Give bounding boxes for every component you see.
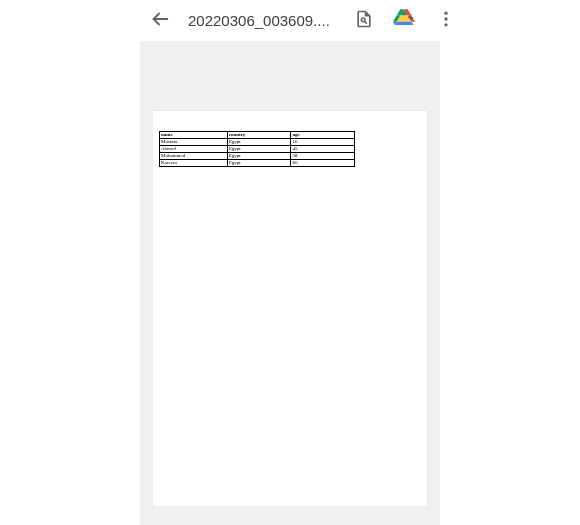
save-to-drive-button[interactable]: + [384, 0, 424, 40]
more-vert-icon [436, 9, 456, 32]
viewer-area: name country age Mostafa Egypt 16 Ahmed … [0, 40, 580, 525]
top-margin [140, 41, 440, 111]
cell-age: 38 [291, 153, 355, 160]
document-title: 20220306_003609.... [180, 12, 344, 29]
data-table: name country age Mostafa Egypt 16 Ahmed … [159, 131, 355, 167]
google-drive-icon: + [393, 9, 415, 32]
toolbar: 20220306_003609.... + [0, 0, 580, 40]
find-in-page-icon [354, 9, 374, 32]
svg-line-2 [364, 21, 366, 23]
overflow-menu-button[interactable] [426, 0, 466, 40]
table-row: Ahmed Egypt 45 [160, 146, 355, 153]
header-name: name [160, 132, 228, 139]
back-arrow-icon [149, 8, 171, 33]
header-age: age [291, 132, 355, 139]
cell-age: 16 [291, 139, 355, 146]
cell-age: 60 [291, 160, 355, 167]
table-row: Mostafa Egypt 16 [160, 139, 355, 146]
cell-name: Ahmed [160, 146, 228, 153]
cell-country: Egypt [227, 146, 291, 153]
cell-country: Egypt [227, 153, 291, 160]
cell-country: Egypt [227, 160, 291, 167]
cell-age: 45 [291, 146, 355, 153]
svg-text:+: + [407, 11, 413, 22]
svg-point-12 [444, 17, 447, 20]
table-row: Kareem Egypt 60 [160, 160, 355, 167]
bottom-margin [140, 506, 440, 525]
cell-name: Kareem [160, 160, 228, 167]
svg-point-13 [444, 23, 447, 26]
page-background: name country age Mostafa Egypt 16 Ahmed … [140, 41, 440, 525]
cell-name: Mohammed [160, 153, 228, 160]
document-page[interactable]: name country age Mostafa Egypt 16 Ahmed … [153, 111, 427, 506]
table-header-row: name country age [160, 132, 355, 139]
cell-country: Egypt [227, 139, 291, 146]
header-country: country [227, 132, 291, 139]
cell-name: Mostafa [160, 139, 228, 146]
svg-point-11 [444, 11, 447, 14]
find-in-page-button[interactable] [344, 0, 384, 40]
back-button[interactable] [140, 0, 180, 40]
table-row: Mohammed Egypt 38 [160, 153, 355, 160]
